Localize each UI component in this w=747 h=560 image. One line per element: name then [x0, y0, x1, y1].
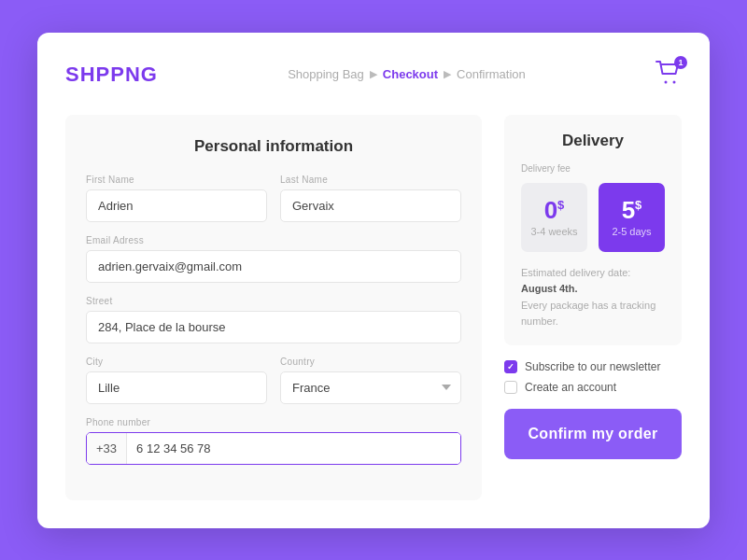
fast-duration: 2-5 days: [608, 226, 655, 237]
email-input[interactable]: [86, 250, 461, 283]
breadcrumb-sep-2: ▶: [444, 68, 451, 80]
delivery-option-free[interactable]: 0$ 3-4 weeks: [521, 183, 587, 252]
svg-point-1: [672, 80, 675, 83]
city-label: City: [86, 357, 267, 367]
last-name-input[interactable]: [280, 189, 461, 222]
city-input[interactable]: [86, 371, 267, 404]
delivery-note: Estimated delivery date: August 4th. Eve…: [521, 265, 665, 330]
newsletter-label: Subscribe to our newsletter: [525, 360, 660, 373]
delivery-note-suffix: Every package has a tracking number.: [521, 300, 655, 328]
breadcrumb-confirmation: Confirmation: [457, 67, 526, 81]
fast-price: 5$: [608, 198, 655, 222]
checkout-card: SHPPNG Shopping Bag ▶ Checkout ▶ Confirm…: [37, 33, 710, 528]
first-name-label: First Name: [86, 175, 267, 185]
account-checkbox-row[interactable]: Create an account: [504, 381, 682, 394]
email-group: Email Adress: [86, 235, 461, 283]
svg-point-0: [664, 80, 667, 83]
confirm-order-button[interactable]: Confirm my order: [504, 409, 682, 459]
street-group: Street: [86, 296, 461, 343]
free-price: 0$: [530, 198, 578, 222]
delivery-options: 0$ 3-4 weeks 5$ 2-5 days: [521, 183, 665, 252]
breadcrumb-checkout: Checkout: [383, 67, 438, 81]
last-name-group: Last Name: [280, 175, 461, 222]
newsletter-checkbox-row[interactable]: ✓ Subscribe to our newsletter: [504, 360, 682, 373]
email-label: Email Adress: [86, 235, 461, 245]
header: SHPPNG Shopping Bag ▶ Checkout ▶ Confirm…: [65, 61, 682, 89]
personal-info-title: Personal information: [86, 137, 461, 156]
phone-field: +33: [86, 432, 461, 465]
delivery-option-fast[interactable]: 5$ 2-5 days: [599, 183, 665, 252]
breadcrumb-sep-1: ▶: [370, 68, 377, 80]
city-country-row: City Country France Germany Spain Italy: [86, 357, 461, 404]
delivery-note-date: August 4th.: [521, 283, 578, 294]
logo: SHPPNG: [65, 63, 158, 87]
phone-input[interactable]: [127, 433, 460, 464]
phone-label: Phone number: [86, 417, 461, 427]
country-group: Country France Germany Spain Italy: [280, 357, 461, 404]
street-label: Street: [86, 296, 461, 306]
phone-row: Phone number +33: [86, 417, 461, 465]
city-group: City: [86, 357, 267, 404]
phone-prefix: +33: [87, 433, 127, 464]
account-label: Create an account: [525, 381, 616, 394]
delivery-note-prefix: Estimated delivery date:: [521, 267, 630, 278]
main-content: Personal information First Name Last Nam…: [65, 115, 682, 500]
cart-badge: 1: [674, 56, 687, 69]
extra-options: ✓ Subscribe to our newsletter Create an …: [504, 360, 682, 394]
street-input[interactable]: [86, 311, 461, 343]
breadcrumb: Shopping Bag ▶ Checkout ▶ Confirmation: [288, 67, 526, 81]
newsletter-checkmark: ✓: [507, 362, 514, 371]
delivery-section: Delivery Delivery fee 0$ 3-4 weeks 5$ 2-…: [504, 115, 682, 345]
cart-button[interactable]: 1: [655, 61, 682, 89]
phone-group: Phone number +33: [86, 417, 461, 465]
name-row: First Name Last Name: [86, 175, 461, 222]
delivery-title: Delivery: [521, 132, 665, 150]
personal-info-panel: Personal information First Name Last Nam…: [65, 115, 482, 500]
country-select[interactable]: France Germany Spain Italy: [280, 371, 461, 404]
country-label: Country: [280, 357, 461, 367]
delivery-fee-label: Delivery fee: [521, 163, 665, 174]
newsletter-checkbox[interactable]: ✓: [504, 360, 517, 373]
free-duration: 3-4 weeks: [530, 226, 578, 237]
right-panel: Delivery Delivery fee 0$ 3-4 weeks 5$ 2-…: [504, 115, 682, 500]
last-name-label: Last Name: [280, 175, 461, 185]
first-name-input[interactable]: [86, 189, 267, 222]
breadcrumb-shopping-bag: Shopping Bag: [288, 67, 364, 81]
email-row: Email Adress: [86, 235, 461, 283]
first-name-group: First Name: [86, 175, 267, 222]
account-checkbox[interactable]: [504, 381, 517, 394]
street-row: Street: [86, 296, 461, 343]
